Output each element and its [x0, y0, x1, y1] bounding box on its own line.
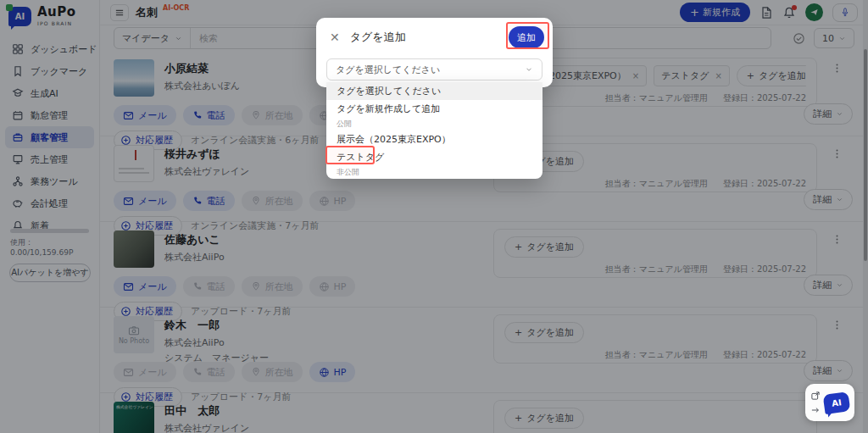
dropdown-group-public: 公開 — [326, 118, 542, 130]
dropdown-option-create-new[interactable]: タグを新規作成して追加 — [326, 100, 542, 118]
dropdown-option-placeholder[interactable]: タグを選択してください — [326, 82, 542, 100]
arrow-right-icon[interactable] — [810, 405, 821, 415]
ai-assistant-widget[interactable]: AI — [805, 384, 854, 421]
chevron-down-icon — [525, 65, 533, 74]
app-window: AI AuPo IPO BRAIN ダッシュボード ブックマーク 生成AI 勤怠… — [0, 0, 868, 433]
annotation-box-add-button — [506, 22, 549, 49]
close-icon[interactable]: ✕ — [330, 31, 340, 43]
annotation-box-test-tag — [326, 146, 375, 164]
modal-title: タグを追加 — [350, 30, 406, 45]
tag-select[interactable]: タグを選択してください — [326, 58, 542, 80]
external-link-icon[interactable] — [810, 391, 821, 401]
ai-chat-button[interactable]: AI — [823, 391, 851, 414]
dropdown-group-private: 非公開 — [326, 166, 542, 179]
